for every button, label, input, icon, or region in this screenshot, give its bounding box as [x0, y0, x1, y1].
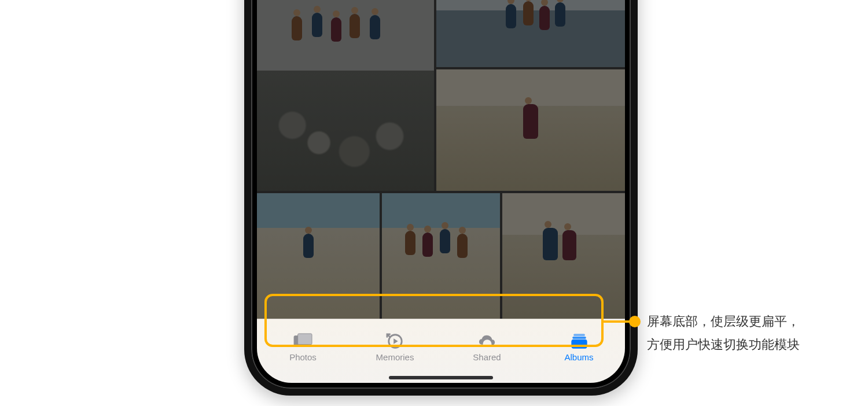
tab-bar: Photos Memories Shared [257, 319, 625, 383]
photo-thumb[interactable] [257, 0, 434, 191]
svg-rect-6 [571, 339, 586, 348]
callout-line-1: 屏幕底部，使层级更扁平， [647, 310, 800, 333]
shared-icon [476, 333, 498, 350]
tab-photos[interactable]: Photos [257, 319, 349, 375]
tab-memories[interactable]: Memories [349, 319, 441, 375]
callout-dot [629, 316, 641, 327]
photo-grid [257, 0, 625, 335]
photo-thumb[interactable] [382, 193, 500, 332]
phone-screen: Photos Memories Shared [257, 0, 625, 383]
photo-thumb[interactable] [436, 0, 625, 67]
tab-label: Photos [289, 352, 317, 362]
photo-thumb[interactable] [436, 69, 625, 191]
svg-rect-1 [297, 333, 311, 344]
svg-rect-4 [573, 334, 584, 335]
callout-connector [604, 320, 632, 323]
tab-label: Albums [564, 352, 593, 362]
photo-thumb[interactable] [257, 193, 380, 332]
memories-icon [384, 333, 406, 350]
callout-text: 屏幕底部，使层级更扁平， 方便用户快速切换功能模块 [647, 310, 800, 356]
tab-albums[interactable]: Albums [533, 319, 625, 375]
tab-label: Shared [473, 352, 501, 362]
home-indicator [389, 376, 493, 379]
photos-icon [292, 333, 314, 350]
albums-icon [568, 333, 590, 350]
tab-shared[interactable]: Shared [441, 319, 533, 375]
callout-line-2: 方便用户快速切换功能模块 [647, 333, 800, 356]
svg-rect-5 [572, 337, 586, 338]
tab-label: Memories [376, 352, 414, 362]
phone-frame: Photos Memories Shared [244, 0, 638, 396]
photo-thumb[interactable] [502, 193, 625, 332]
svg-marker-3 [393, 338, 398, 344]
